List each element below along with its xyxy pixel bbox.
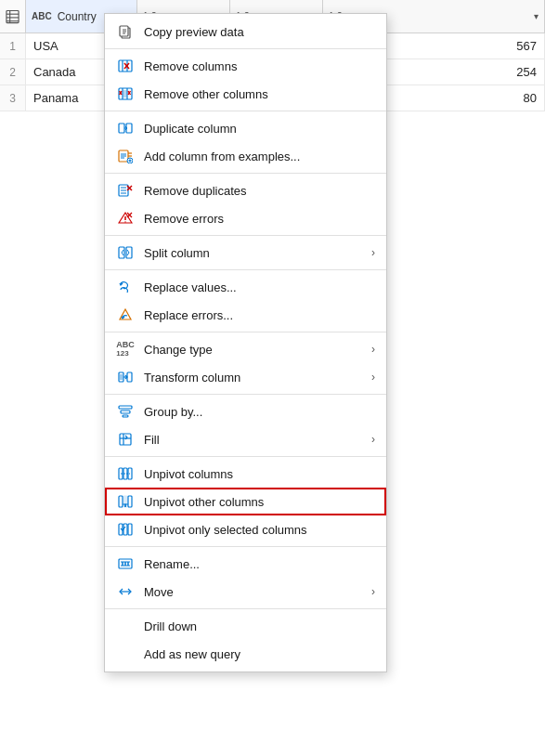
menu-item-remove-errors[interactable]: Remove errors <box>105 204 386 232</box>
replace-values-label: Replace values... <box>144 280 375 294</box>
menu-item-rename[interactable]: Rename... <box>105 550 386 578</box>
transform-column-arrow: › <box>371 371 375 384</box>
svg-rect-63 <box>121 411 130 413</box>
unpivot-columns-icon <box>116 464 135 483</box>
change-type-label: Change type <box>144 343 362 357</box>
menu-item-unpivot-other-columns[interactable]: Unpivot other columns <box>105 488 386 515</box>
copy-icon <box>116 22 135 41</box>
replace-errors-label: Replace errors... <box>144 308 375 322</box>
menu-item-add-new-query[interactable]: Add as new query <box>105 640 386 668</box>
menu-item-add-column-examples[interactable]: Add column from examples... <box>105 142 386 170</box>
remove-errors-label: Remove errors <box>144 212 375 226</box>
svg-rect-10 <box>119 60 132 72</box>
menu-item-duplicate-column[interactable]: Duplicate column <box>105 114 386 142</box>
menu-item-replace-errors[interactable]: Replace errors... <box>105 301 386 329</box>
group-by-icon <box>116 402 135 421</box>
add-new-query-label: Add as new query <box>144 647 375 661</box>
menu-item-replace-values[interactable]: Replace values... <box>105 273 386 301</box>
add-new-query-icon <box>116 645 135 663</box>
row-num-3: 3 <box>0 85 26 111</box>
sep-8 <box>105 456 386 457</box>
sep-9 <box>105 546 386 547</box>
replace-values-icon <box>116 278 135 296</box>
move-label: Move <box>144 585 362 599</box>
drill-down-label: Drill down <box>144 619 375 633</box>
sep-2 <box>105 111 386 111</box>
menu-item-move[interactable]: Move › <box>105 578 386 606</box>
replace-errors-icon <box>116 306 135 324</box>
svg-rect-18 <box>123 90 127 98</box>
svg-line-54 <box>127 253 129 255</box>
transform-column-label: Transform column <box>144 371 362 385</box>
context-menu: Copy preview data Remove columns <box>104 13 387 672</box>
split-column-icon <box>116 243 135 262</box>
split-column-label: Split column <box>144 246 362 260</box>
fill-icon <box>116 430 135 449</box>
menu-item-split-column[interactable]: Split column › <box>105 239 386 267</box>
menu-item-transform-column[interactable]: Transform column › <box>105 363 386 391</box>
menu-item-remove-columns[interactable]: Remove columns <box>105 52 386 80</box>
unpivot-other-columns-icon <box>116 492 135 511</box>
change-type-icon: ABC123 <box>116 340 135 358</box>
menu-item-copy-preview[interactable]: Copy preview data <box>105 18 386 46</box>
menu-item-group-by[interactable]: Group by... <box>105 398 386 425</box>
menu-item-remove-other-columns[interactable]: Remove other columns <box>105 80 386 108</box>
svg-rect-62 <box>119 406 132 409</box>
copy-preview-label: Copy preview data <box>144 25 375 39</box>
fill-label: Fill <box>144 433 362 447</box>
row-num-2: 2 <box>0 59 26 85</box>
change-type-arrow: › <box>371 343 375 356</box>
fill-arrow: › <box>371 433 375 446</box>
sep-7 <box>105 394 386 395</box>
menu-item-unpivot-columns[interactable]: Unpivot columns <box>105 460 386 488</box>
svg-marker-55 <box>120 309 131 319</box>
sep-5 <box>105 269 386 270</box>
sep-10 <box>105 608 386 609</box>
header-label-country: Country <box>58 10 97 23</box>
remove-duplicates-label: Remove duplicates <box>144 184 375 198</box>
svg-rect-71 <box>119 496 123 507</box>
svg-rect-64 <box>123 415 128 417</box>
grid-header-rownum <box>0 0 26 33</box>
menu-item-fill[interactable]: Fill › <box>105 425 386 453</box>
sep-6 <box>105 332 386 332</box>
add-column-examples-label: Add column from examples... <box>144 150 375 163</box>
svg-line-51 <box>122 250 123 253</box>
remove-other-columns-label: Remove other columns <box>144 87 375 101</box>
type-icon-country: ABC <box>32 11 52 21</box>
svg-rect-76 <box>128 524 132 535</box>
svg-point-46 <box>124 221 125 222</box>
rename-icon <box>116 554 135 573</box>
move-icon <box>116 582 135 601</box>
menu-item-unpivot-selected-columns[interactable]: Unpivot only selected columns <box>105 515 386 543</box>
remove-errors-icon <box>116 209 135 228</box>
menu-item-change-type[interactable]: ABC123 Change type › <box>105 335 386 363</box>
drill-down-icon <box>116 617 135 635</box>
sep-1 <box>105 48 386 49</box>
unpivot-columns-label: Unpivot columns <box>144 467 375 481</box>
unpivot-other-columns-label: Unpivot other columns <box>144 495 375 509</box>
row-num-1: 1 <box>0 33 26 59</box>
menu-item-drill-down[interactable]: Drill down <box>105 612 386 640</box>
remove-other-columns-icon <box>116 85 135 103</box>
unpivot-selected-columns-label: Unpivot only selected columns <box>144 523 375 537</box>
split-column-arrow: › <box>371 246 375 259</box>
sep-4 <box>105 235 386 236</box>
duplicate-column-icon <box>116 119 135 137</box>
header-dropdown-date3[interactable]: ▾ <box>534 11 539 21</box>
duplicate-column-label: Duplicate column <box>144 122 375 136</box>
unpivot-selected-columns-icon <box>116 520 135 539</box>
svg-rect-75 <box>123 524 127 535</box>
sep-3 <box>105 173 386 174</box>
svg-rect-23 <box>119 124 124 133</box>
menu-item-remove-duplicates[interactable]: Remove duplicates <box>105 176 386 204</box>
svg-rect-73 <box>128 496 132 507</box>
svg-line-53 <box>127 250 129 253</box>
transform-column-icon <box>116 368 135 386</box>
rename-label: Rename... <box>144 557 375 571</box>
remove-columns-label: Remove columns <box>144 59 375 73</box>
remove-duplicates-icon <box>116 181 135 200</box>
move-arrow: › <box>371 585 375 598</box>
svg-line-52 <box>122 253 123 255</box>
remove-columns-icon <box>116 57 135 75</box>
